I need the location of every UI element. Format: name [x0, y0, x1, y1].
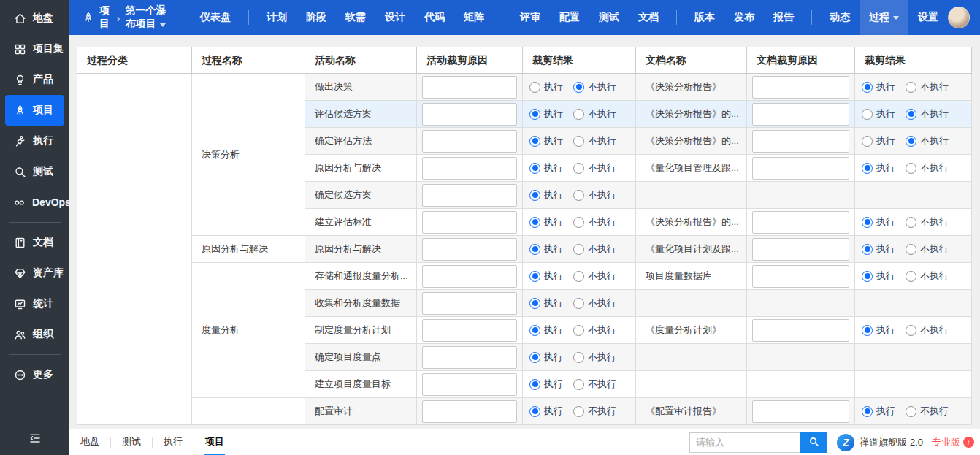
activity-result-skip-radio-label[interactable]: 不执行: [588, 242, 616, 256]
activity-result-execute-radio[interactable]: [529, 352, 540, 363]
doc-reason-input[interactable]: [752, 130, 849, 153]
activity-result-skip-radio[interactable]: [573, 217, 584, 228]
sidebar-item-more[interactable]: 更多: [5, 359, 64, 390]
footer-tab-project[interactable]: 项目: [194, 429, 235, 455]
activity-reason-input[interactable]: [422, 292, 517, 315]
nav-item-code[interactable]: 代码: [415, 0, 454, 35]
activity-reason-input[interactable]: [422, 265, 517, 288]
doc-result-execute-radio[interactable]: [862, 163, 873, 174]
search-input[interactable]: [689, 432, 800, 453]
doc-reason-input[interactable]: [752, 238, 849, 261]
activity-reason-input[interactable]: [422, 184, 517, 207]
activity-reason-input[interactable]: [422, 103, 517, 126]
activity-result-execute-radio-label[interactable]: 执行: [544, 188, 563, 202]
activity-result-skip-radio[interactable]: [573, 379, 584, 390]
doc-result-execute-radio[interactable]: [862, 82, 873, 93]
activity-result-skip-radio[interactable]: [573, 82, 584, 93]
activity-result-skip-radio-label[interactable]: 不执行: [588, 107, 616, 121]
doc-result-execute-radio[interactable]: [862, 217, 873, 228]
zentao-logo-icon[interactable]: Z: [837, 434, 854, 451]
sidebar-item-asset[interactable]: 资产库: [5, 258, 64, 288]
activity-reason-input[interactable]: [422, 238, 517, 261]
sidebar-item-test[interactable]: 测试: [5, 156, 64, 187]
sidebar-collapse-button[interactable]: [0, 424, 69, 455]
activity-result-skip-radio-label[interactable]: 不执行: [588, 215, 616, 229]
sidebar-item-home[interactable]: 地盘: [5, 3, 64, 34]
activity-result-skip-radio-label[interactable]: 不执行: [588, 297, 616, 310]
doc-result-skip-radio[interactable]: [906, 217, 916, 228]
activity-result-skip-radio-label[interactable]: 不执行: [588, 324, 616, 337]
activity-reason-input[interactable]: [422, 373, 517, 396]
nav-item-process[interactable]: 过程: [860, 0, 908, 35]
activity-result-execute-radio[interactable]: [529, 298, 540, 309]
activity-result-skip-radio[interactable]: [573, 325, 584, 336]
nav-item-build[interactable]: 版本: [685, 0, 724, 35]
activity-result-execute-radio-label[interactable]: 执行: [544, 107, 563, 121]
nav-item-release[interactable]: 发布: [724, 0, 764, 35]
activity-reason-input[interactable]: [422, 400, 517, 423]
doc-result-execute-radio[interactable]: [862, 325, 873, 336]
activity-reason-input[interactable]: [422, 130, 517, 153]
footer-tab-home[interactable]: 地盘: [69, 429, 110, 455]
nav-item-matrix[interactable]: 矩阵: [454, 0, 494, 35]
activity-result-skip-radio[interactable]: [573, 109, 584, 120]
activity-result-skip-radio-label[interactable]: 不执行: [588, 378, 616, 391]
sidebar-item-product[interactable]: 产品: [5, 64, 64, 95]
nav-item-dynamic[interactable]: 动态: [820, 0, 860, 35]
activity-result-skip-radio[interactable]: [573, 352, 584, 363]
activity-result-skip-radio[interactable]: [573, 163, 584, 174]
doc-result-execute-radio-label[interactable]: 执行: [876, 215, 895, 229]
doc-result-skip-radio-label[interactable]: 不执行: [920, 242, 949, 256]
activity-result-execute-radio[interactable]: [529, 244, 540, 255]
activity-result-skip-radio[interactable]: [573, 406, 584, 417]
activity-result-skip-radio[interactable]: [573, 244, 584, 255]
activity-result-skip-radio-label[interactable]: 不执行: [588, 134, 616, 148]
nav-item-test[interactable]: 测试: [589, 0, 629, 35]
activity-reason-input[interactable]: [422, 76, 517, 99]
breadcrumb-app-label[interactable]: 项目: [99, 4, 112, 31]
activity-result-execute-radio-label[interactable]: 执行: [544, 324, 563, 337]
doc-reason-input[interactable]: [752, 211, 849, 234]
doc-result-skip-radio[interactable]: [906, 82, 916, 93]
activity-result-execute-radio[interactable]: [529, 190, 540, 201]
activity-result-execute-radio-label[interactable]: 执行: [544, 378, 563, 391]
activity-result-execute-radio[interactable]: [529, 109, 540, 120]
nav-item-softreq[interactable]: 软需: [336, 0, 375, 35]
doc-result-skip-radio-label[interactable]: 不执行: [920, 405, 949, 418]
doc-result-skip-radio-label[interactable]: 不执行: [920, 134, 949, 148]
doc-result-execute-radio[interactable]: [862, 136, 873, 147]
activity-result-skip-radio-label[interactable]: 不执行: [588, 351, 616, 364]
activity-result-execute-radio-label[interactable]: 执行: [544, 297, 563, 310]
doc-result-skip-radio-label[interactable]: 不执行: [920, 80, 949, 93]
activity-reason-input[interactable]: [422, 211, 517, 234]
footer-tab-execution[interactable]: 执行: [153, 429, 194, 455]
doc-result-execute-radio-label[interactable]: 执行: [876, 80, 895, 93]
doc-result-execute-radio-label[interactable]: 执行: [876, 242, 895, 256]
doc-result-skip-radio[interactable]: [906, 325, 916, 336]
activity-result-execute-radio[interactable]: [529, 217, 540, 228]
activity-result-execute-radio-label[interactable]: 执行: [544, 134, 563, 148]
footer-tab-test[interactable]: 测试: [111, 429, 152, 455]
activity-result-execute-radio[interactable]: [529, 379, 540, 390]
doc-reason-input[interactable]: [752, 76, 849, 99]
doc-result-skip-radio-label[interactable]: 不执行: [920, 161, 949, 175]
activity-result-execute-radio-label[interactable]: 执行: [544, 215, 563, 229]
nav-item-setting[interactable]: 设置: [908, 0, 948, 35]
doc-result-skip-radio[interactable]: [906, 406, 916, 417]
sidebar-item-project[interactable]: 项目: [5, 95, 64, 126]
doc-result-execute-radio-label[interactable]: 执行: [876, 324, 895, 337]
user-avatar[interactable]: [948, 7, 970, 28]
doc-reason-input[interactable]: [752, 103, 849, 126]
sidebar-item-execution[interactable]: 执行: [5, 126, 64, 156]
doc-reason-input[interactable]: [752, 265, 849, 288]
nav-item-config[interactable]: 配置: [550, 0, 589, 35]
sidebar-item-devops[interactable]: DevOps: [5, 187, 64, 218]
doc-result-skip-radio[interactable]: [906, 136, 916, 147]
sidebar-item-org[interactable]: 组织: [5, 319, 64, 350]
doc-result-skip-radio[interactable]: [906, 163, 916, 174]
activity-result-skip-radio-label[interactable]: 不执行: [588, 405, 616, 418]
doc-reason-input[interactable]: [752, 157, 849, 180]
nav-item-plan[interactable]: 计划: [257, 0, 296, 35]
doc-result-execute-radio-label[interactable]: 执行: [876, 107, 895, 121]
doc-result-execute-radio[interactable]: [862, 271, 873, 282]
